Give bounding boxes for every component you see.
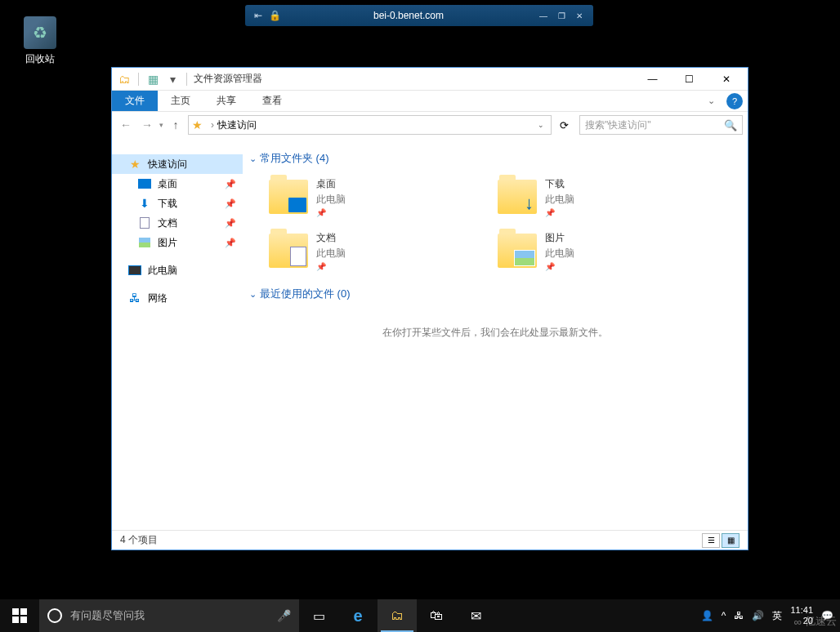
downloads-icon: ⬇ [138,197,151,210]
network-icon: 🖧 [128,292,141,305]
action-center-icon[interactable]: 💬 [821,610,833,621]
start-button[interactable] [0,599,39,632]
back-button[interactable]: ← [117,116,135,134]
documents-icon [138,216,151,229]
section-title: 最近使用的文件 (0) [260,287,351,301]
nav-pictures[interactable]: 图片 📌 [112,233,243,252]
microphone-icon[interactable]: 🎤 [277,609,291,622]
folder-location: 此电脑 [316,193,346,207]
tab-view[interactable]: 查看 [249,91,295,111]
nav-label: 网络 [148,292,168,305]
folder-icon [269,234,308,268]
pin-indicator-icon: 📌 [316,208,346,217]
section-recent-files[interactable]: ⌄ 最近使用的文件 (0) [249,287,741,301]
folder-item-downloads[interactable]: 下载 此电脑 📌 [498,174,710,220]
status-bar: 4 个项目 ☰ ▦ [112,530,748,550]
pin-indicator-icon: 📌 [545,262,574,271]
nav-label: 图片 [158,236,177,250]
folder-location: 此电脑 [545,247,574,260]
breadcrumb-separator: › [211,119,214,131]
clock[interactable]: 11:41 20 [790,605,813,626]
help-button[interactable]: ? [726,93,743,109]
pictures-icon [138,236,151,249]
restore-button[interactable]: ❐ [552,8,570,23]
minimize-button[interactable]: — [634,68,671,91]
date-label: 20 [790,616,813,626]
properties-icon[interactable]: ▦ [144,70,162,88]
quick-access-icon: ★ [192,118,203,131]
forward-button[interactable]: → [138,116,156,134]
taskbar-store[interactable]: 🛍 [417,599,456,632]
windows-logo-icon [12,608,27,623]
navigation-pane: ★ 快速访问 桌面 📌 ⬇ 下载 📌 文档 📌 图片 📌 [112,138,243,530]
history-dropdown[interactable]: ▾ [159,121,163,129]
volume-icon[interactable]: 🔊 [752,610,764,621]
vm-connection-titlebar[interactable]: ⇤ 🔒 bei-0.benet.com — ❐ ✕ [245,5,593,26]
recycle-bin-label: 回收站 [20,52,60,66]
cortana-search[interactable]: 有问题尽管问我 🎤 [39,599,299,632]
up-button[interactable]: ↑ [167,116,185,134]
folder-location: 此电脑 [545,193,574,207]
ime-indicator[interactable]: 英 [772,609,782,623]
breadcrumb-item[interactable]: 快速访问 [217,118,257,132]
vm-host-label: bei-0.benet.com [283,10,534,21]
tab-home[interactable]: 主页 [158,91,203,111]
tray-expand-icon[interactable]: ^ [722,610,726,621]
window-title: 文件资源管理器 [194,72,262,86]
navigation-bar: ← → ▾ ↑ ★ › 快速访问 ⌄ ⟳ 搜索"快速访问" 🔍 [112,112,748,138]
search-box[interactable]: 搜索"快速访问" 🔍 [579,115,743,135]
people-icon[interactable]: 👤 [701,610,713,621]
taskbar: 有问题尽管问我 🎤 ▭ e 🗂 🛍 ✉ 👤 ^ 🖧 🔊 英 11:41 20 💬 [0,599,840,632]
cortana-icon [47,608,62,623]
details-view-button[interactable]: ☰ [702,533,720,548]
tab-file[interactable]: 文件 [112,91,158,111]
explorer-titlebar[interactable]: 🗂 ▦ ▾ 文件资源管理器 — ☐ ✕ [112,68,748,91]
taskbar-mail[interactable]: ✉ [456,599,495,632]
nav-downloads[interactable]: ⬇ 下载 📌 [112,194,243,213]
tab-share[interactable]: 共享 [203,91,249,111]
maximize-button[interactable]: ☐ [671,68,708,91]
chevron-down-icon: ⌄ [249,154,257,164]
task-view-button[interactable]: ▭ [299,599,338,632]
desktop-icon-recycle-bin[interactable]: 回收站 [20,16,60,66]
system-tray: 👤 ^ 🖧 🔊 英 11:41 20 💬 [695,599,840,632]
recycle-bin-icon [24,16,56,49]
address-bar[interactable]: ★ › 快速访问 ⌄ [188,115,552,135]
address-dropdown[interactable]: ⌄ [538,121,544,129]
network-tray-icon[interactable]: 🖧 [734,610,744,621]
taskbar-explorer[interactable]: 🗂 [378,599,417,632]
thumbnails-view-button[interactable]: ▦ [722,533,739,548]
lock-icon: 🔒 [266,7,283,24]
pin-icon[interactable]: ⇤ [250,7,266,24]
section-frequent-folders[interactable]: ⌄ 常用文件夹 (4) [249,151,741,166]
quick-access-toolbar: 🗂 ▦ ▾ [115,70,190,88]
taskbar-edge[interactable]: e [338,599,378,632]
nav-this-pc[interactable]: 此电脑 [112,260,243,280]
new-folder-icon[interactable]: ▾ [163,70,181,88]
close-button[interactable]: ✕ [708,68,744,91]
folder-item-desktop[interactable]: 桌面 此电脑 📌 [269,174,481,220]
item-count: 4 个项目 [120,533,158,547]
nav-quick-access[interactable]: ★ 快速访问 [112,154,243,174]
close-button[interactable]: ✕ [570,8,588,23]
folder-item-documents[interactable]: 文档 此电脑 📌 [269,228,481,274]
desktop-icon [138,177,151,190]
nav-network[interactable]: 🖧 网络 [112,288,243,308]
pin-icon: 📌 [225,238,236,248]
refresh-button[interactable]: ⟳ [555,116,573,134]
nav-label: 快速访问 [148,158,187,171]
folder-item-pictures[interactable]: 图片 此电脑 📌 [498,228,710,274]
search-icon[interactable]: 🔍 [724,119,737,131]
nav-desktop[interactable]: 桌面 📌 [112,174,243,194]
divider [186,73,187,86]
nav-label: 文档 [158,216,177,230]
folder-name: 文档 [316,231,346,245]
explorer-app-icon[interactable]: 🗂 [115,70,133,88]
search-placeholder: 搜索"快速访问" [585,118,724,132]
minimize-button[interactable]: — [534,8,552,23]
ribbon-expand-button[interactable]: ⌄ [701,91,722,111]
pin-indicator-icon: 📌 [545,208,574,217]
nav-label: 此电脑 [148,264,177,278]
nav-documents[interactable]: 文档 📌 [112,213,243,233]
nav-label: 桌面 [158,177,177,191]
